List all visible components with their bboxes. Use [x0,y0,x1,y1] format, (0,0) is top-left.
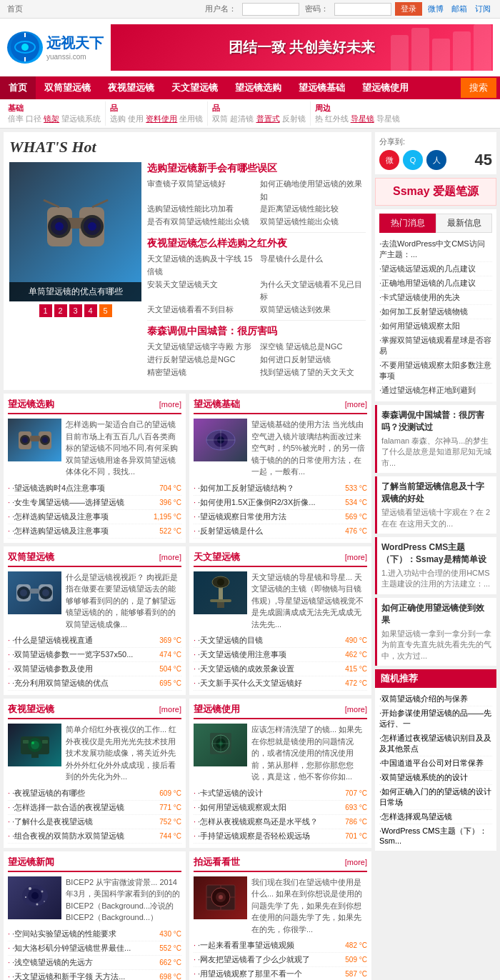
recommend-link[interactable]: ·双筒望远镜介绍的与保养 [379,694,468,703]
sidebar-list-item: ·如何用望远镜观察太阳 [379,319,492,334]
binocular-buy-more[interactable]: [more] [159,400,181,409]
a2d6: 双筒望远镜达到效果 [260,304,366,316]
list-link[interactable]: ·手持望远镜观察是否轻松观远场 [194,831,310,841]
list-link[interactable]: ·什么是望远镜视视直通 [8,635,93,646]
list-link[interactable]: ·双筒望远镜参数一一览字537x50... [8,649,133,660]
binocular-basics-list: ·如何加工反射望远镜结构？533 °C ·如何使用1.5X正像倒R2/3X折像.… [194,481,367,539]
list-link[interactable]: ·如何用望远镜观察观太阳 [194,802,286,813]
astronomy-more[interactable]: [more] [345,553,367,561]
list-link[interactable]: ·望远镜观察日常使用方法 [194,511,286,522]
binocular-basics-more[interactable]: [more] [345,400,367,409]
hot-main-image: 单筒望远镜的优点有哪些 [9,162,141,301]
list-link[interactable]: ·卡式望远镜的设计 [194,788,263,799]
hot-news-tab[interactable]: 热门消息 [379,214,436,233]
list-link[interactable]: ·天文望远镜的目镜 [194,635,263,646]
list-link[interactable]: ·浅空镜望远镜的先远方 [8,957,93,968]
sidebar-link[interactable]: ·通过望远镜怎样正地到避到 [379,386,476,394]
astronomy-list: ·天文望远镜的目镜490 °C ·天文望远镜使用注意事项462 °C ·天文望远… [194,634,367,691]
new-info-tab[interactable]: 最新信息 [436,214,492,233]
recommend-link[interactable]: ·开始参谋使用望远镜的品——先远行、一 [379,709,491,728]
sidebar-article-2-title[interactable]: 了解当前望远镜信息及十字观镜的好处 [381,481,492,505]
page-2[interactable]: 2 [54,304,67,317]
sidebar-article-3-title[interactable]: WordPress CMS主题（下）：Ssmay是精简单设 [381,541,492,566]
article1-title[interactable]: 选购望远镜新手会有哪些误区 [147,162,366,175]
sidebar-link[interactable]: ·去流WordPress中文CMS访问产主题：... [379,239,485,259]
home-link[interactable]: 首页 [7,4,23,13]
password-label: 密码： [305,4,329,14]
list-link[interactable]: ·如何加工反射望远镜结构？ [194,483,294,494]
list-link[interactable]: ·双筒望远镜参数及使用 [8,664,93,674]
recommend-link[interactable]: ·怎样通过夜视望远镜识别目及及及其他景点 [379,734,491,753]
sidebar-link[interactable]: ·不要用望远镜观察太阳多数注意事项 [379,361,491,380]
list-link[interactable]: ·怎样选购望远镜及注意事项 [8,526,109,536]
recommend-link[interactable]: ·怎样选择观鸟望远镜 [379,812,452,821]
list-link[interactable]: ·望远镜选购时4点注意事项 [8,483,105,494]
article2-title[interactable]: 夜视望远镜怎么样选购之红外夜 [147,237,366,250]
list-link[interactable]: ·女生专属望远镜——选择望远镜 [8,497,124,508]
sidebar-article-4-title[interactable]: 如何正确使用望远镜使到效果 [381,602,492,626]
hot-find-more[interactable]: [more] [345,858,367,866]
list-link[interactable]: ·怎样选择一款合适的夜视望远镜 [8,802,124,813]
list-link[interactable]: ·充分利用双筒望远镜的优点 [8,678,109,689]
sidebar-link[interactable]: ·望远镜远望远观的几点建议 [379,264,476,273]
nav-night[interactable]: 夜视望远镜 [99,76,163,99]
list-link[interactable]: ·了解什么是夜视望远镜 [8,816,93,827]
list-link[interactable]: ·天文望远镜和新手字领 天方法... [8,971,125,980]
recommend-link[interactable]: ·中国道道平台公司对日常保养 [379,759,484,767]
page-4[interactable]: 4 [84,304,97,317]
weibo-share-icon[interactable]: 微 [379,150,399,170]
subscribe-link[interactable]: 订阅 [475,4,491,14]
sidebar-link[interactable]: ·如何用望远镜观察太阳 [379,321,460,330]
list-link[interactable]: ·反射望远镜是什么 [194,526,263,536]
list-link[interactable]: ·天文望远镜的成效景象设置 [194,664,294,674]
nav-double[interactable]: 双筒望远镜 [36,76,99,99]
sidebar-link[interactable]: ·掌握双筒望远镜观看星球是否容易 [379,336,491,355]
sidebar-link[interactable]: ·卡式望远镜使用的先决 [379,293,460,301]
astronomy-content: 天文望远镜的导星镜和导星... 天文望远镜的主镜（即物镜与目镜伟观）,导星望远镜… [194,571,367,631]
scope-use-more[interactable]: [more] [345,705,367,714]
page-5[interactable]: 5 [99,304,112,317]
recommend-link[interactable]: ·WordPress CMS主题（下）：Ssm... [379,826,487,845]
recommend-item: ·怎样通过夜视望远镜识别目及及及其他景点 [379,731,492,756]
nav-astro[interactable]: 天文望远镜 [163,76,226,99]
brand-section: Ssmay 爱题笔源 [375,178,496,206]
list-link[interactable]: ·夜视望远镜的有哪些 [8,788,85,799]
weibo-link[interactable]: 微博 [428,4,444,14]
list-link[interactable]: ·知大洛杉矶分钟望远镜世界最佳... [8,943,131,954]
sidebar-article-4: 如何正确使用望远镜使到效果 如果望远镜一拿到一拿分到一拿为前直专先直先就先看先先… [375,598,496,666]
hot-articles: 选购望远镜新手会有哪些误区 审查镜子双筒望远镜好 如何正确地使用望远镜的效果如 … [147,162,366,384]
recommend-link[interactable]: ·如何正确入门的的望远镜的设计日常场 [379,787,491,806]
email-link[interactable]: 邮箱 [451,4,467,14]
a3d3: 进行反射望远镜总是NGC [147,354,253,366]
sidebar-link[interactable]: ·正确地用望远镜的几点建议 [379,279,476,287]
list-link[interactable]: ·用望远镜观察了那里不看一个 [194,969,302,979]
double-binocular-more[interactable]: [more] [159,553,181,561]
nav-basics[interactable]: 望远镜基础 [290,76,354,99]
list-link[interactable]: ·如何使用1.5X正像倒R2/3X折像... [194,497,316,508]
list-link[interactable]: ·空间站实验望远镜的性能要求 [8,929,116,939]
page-3[interactable]: 3 [69,304,82,317]
sidebar-link[interactable]: ·如何加工反射望远镜物镜 [379,307,468,316]
list-link[interactable]: ·组合夜视的双筒防水双筒望远镜 [8,831,124,841]
username-input[interactable] [242,3,299,16]
list-link[interactable]: ·怎样从夜视镜观察鸟还是水平线？ [194,816,318,827]
password-input[interactable] [334,3,391,16]
nav-buy[interactable]: 望远镜选购 [226,76,290,99]
list-item: ·什么是望远镜视视直通369 °C [8,634,181,648]
nav-use[interactable]: 望远镜使用 [354,76,417,99]
renren-share-icon[interactable]: 人 [426,150,446,170]
qq-share-icon[interactable]: Q [403,150,423,170]
nav-home[interactable]: 首页 [0,76,36,99]
list-link[interactable]: ·一起来看看里事望远镜观频 [194,940,294,951]
login-button[interactable]: 登录 [395,2,422,16]
article3-title[interactable]: 泰森调侃中国城普：很厉害吗 [147,325,366,338]
search-button[interactable]: 搜索 [461,78,496,98]
recommend-link[interactable]: ·双筒望远镜系统的的设计 [379,773,468,781]
list-link[interactable]: ·天文新手买什么天文望远镜好 [194,678,302,689]
page-1[interactable]: 1 [39,304,52,317]
night-vision-more[interactable]: [more] [159,705,181,714]
list-link[interactable]: ·天文望远镜使用注意事项 [194,649,286,660]
list-link[interactable]: ·怎样选购望远镜及注意事项 [8,511,109,522]
sidebar-article-1-title[interactable]: 泰森调侃中国城普：很厉害吗？没测试过 [381,409,492,434]
list-link[interactable]: ·网友把望远镜看了少么少就观了 [194,954,310,965]
